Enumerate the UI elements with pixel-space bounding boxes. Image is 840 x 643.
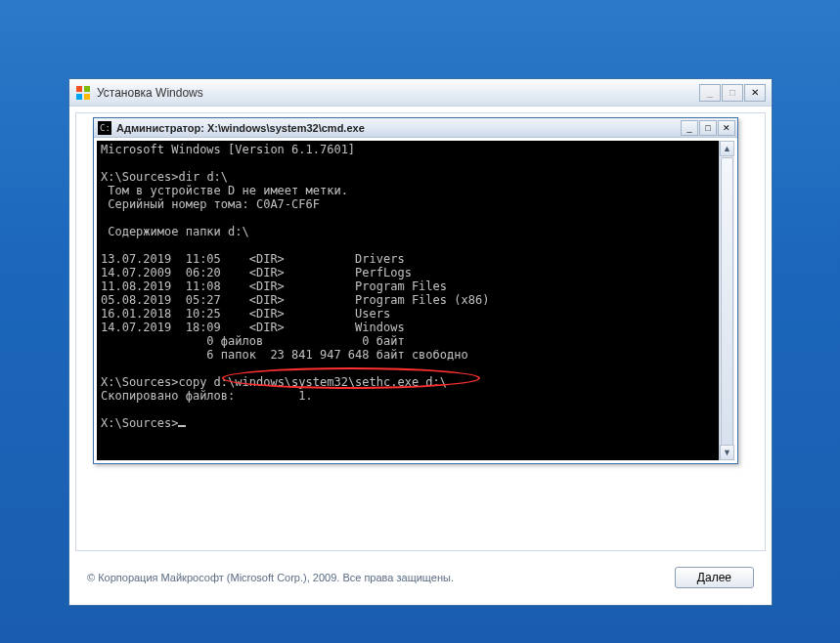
scroll-down-button[interactable]: ▼ <box>720 445 734 460</box>
close-button[interactable]: ✕ <box>744 84 766 102</box>
cmd-minimize-button[interactable]: _ <box>681 120 698 136</box>
console-prompt-2: X:\Sources> <box>101 375 178 389</box>
dir-entry: 14.07.2019 18:09 <DIR> Windows <box>101 321 405 334</box>
dir-entry: 13.07.2019 11:05 <DIR> Drivers <box>101 252 405 266</box>
cmd-window-controls: _ □ ✕ <box>681 120 735 136</box>
console-prompt-3: X:\Sources> <box>101 416 178 430</box>
svg-rect-1 <box>84 86 90 92</box>
console-serial-line: Серийный номер тома: C0A7-CF6F <box>101 197 320 211</box>
scroll-up-button[interactable]: ▲ <box>720 141 734 156</box>
console-contents-line: Содержимое папки d:\ <box>101 225 249 238</box>
scroll-thumb[interactable] <box>721 157 733 446</box>
minimize-button[interactable]: _ <box>699 84 721 102</box>
console-vol-line: Том в устройстве D не имеет метки. <box>101 184 348 197</box>
next-button[interactable]: Далее <box>675 567 754 588</box>
svg-rect-3 <box>84 94 90 100</box>
cmd-maximize-button[interactable]: □ <box>699 120 717 136</box>
cmd-scrollbar[interactable]: ▲ ▼ <box>719 141 734 460</box>
cmd-window: C: Администратор: X:\windows\system32\cm… <box>93 117 738 464</box>
cmd-close-button[interactable]: ✕ <box>718 120 735 136</box>
cmd-title: Администратор: X:\windows\system32\cmd.e… <box>116 122 681 134</box>
dir-entry: 11.08.2019 11:08 <DIR> Program Files <box>101 279 447 293</box>
cursor <box>178 425 186 427</box>
installer-icon <box>75 85 91 101</box>
svg-rect-0 <box>76 86 82 92</box>
installer-footer: © Корпорация Майкрософт (Microsoft Corp.… <box>75 556 766 599</box>
svg-text:C:: C: <box>100 123 111 133</box>
console-cmd-copy-path: d:\windows\system32\sethc.exe d:\ <box>214 375 447 389</box>
dir-entry: 14.07.2009 06:20 <DIR> PerfLogs <box>101 266 412 279</box>
console-version: Microsoft Windows [Version 6.1.7601] <box>101 143 355 156</box>
installer-titlebar[interactable]: Установка Windows _ □ ✕ <box>69 79 772 107</box>
maximize-button[interactable]: □ <box>722 84 743 102</box>
console-output[interactable]: Microsoft Windows [Version 6.1.7601] X:\… <box>97 141 719 460</box>
dir-entry: 16.01.2018 10:25 <DIR> Users <box>101 307 390 321</box>
dir-summary-files: 0 файлов 0 байт <box>101 334 405 348</box>
installer-title: Установка Windows <box>97 86 699 100</box>
dir-entry: 05.08.2019 05:27 <DIR> Program Files (x8… <box>101 293 489 307</box>
dir-summary-dirs: 6 папок 23 841 947 648 байт свободно <box>101 348 468 362</box>
svg-rect-2 <box>76 94 82 100</box>
scroll-track[interactable] <box>720 156 734 445</box>
cmd-icon: C: <box>98 121 111 135</box>
copyright-text: © Корпорация Майкрософт (Microsoft Corp.… <box>87 572 454 583</box>
cmd-body: Microsoft Windows [Version 6.1.7601] X:\… <box>97 141 734 460</box>
installer-window-controls: _ □ ✕ <box>699 84 766 102</box>
console-copied-line: Скопировано файлов: 1. <box>101 389 313 403</box>
cmd-titlebar[interactable]: C: Администратор: X:\windows\system32\cm… <box>94 118 737 138</box>
console-prompt-1: X:\Sources> <box>101 170 178 184</box>
console-cmd-dir: dir d:\ <box>178 170 228 184</box>
console-cmd-copy-prefix: copy <box>178 375 213 389</box>
